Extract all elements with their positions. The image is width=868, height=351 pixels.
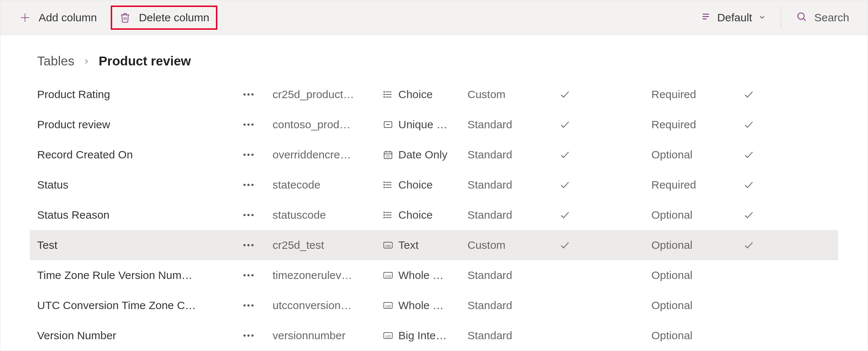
view-label: Default	[717, 11, 752, 24]
col-required: Required	[651, 118, 743, 131]
col-required: Optional	[651, 329, 743, 342]
col-kind: Custom	[467, 88, 559, 101]
col-type: 123Whole …	[383, 269, 467, 282]
col-display-name: Product Rating	[37, 88, 243, 101]
view-selector[interactable]: Default	[693, 6, 773, 29]
table-row[interactable]: Product review•••contoso_prod…Unique …St…	[30, 110, 838, 140]
add-column-button[interactable]: Add column	[11, 6, 104, 29]
table-row[interactable]: Test•••cr25d_testAbcTextCustomOptional	[30, 230, 838, 260]
columns-table: Product Rating•••cr25d_product…ChoiceCus…	[0, 79, 868, 351]
search-label: Search	[814, 11, 849, 24]
svg-point-5	[798, 13, 804, 19]
col-kind: Standard	[467, 118, 559, 131]
svg-point-25	[384, 187, 384, 188]
choice-icon	[383, 89, 393, 100]
col-required: Optional	[651, 209, 743, 221]
delete-column-button[interactable]: Delete column	[111, 6, 217, 29]
table-row[interactable]: UTC Conversion Time Zone C…•••utcconvers…	[30, 290, 838, 320]
row-more-icon[interactable]: •••	[243, 240, 273, 250]
svg-text:123: 123	[385, 334, 391, 338]
col-check1	[559, 119, 651, 130]
date-icon: 21	[383, 150, 393, 160]
delete-column-label: Delete column	[139, 11, 209, 24]
number-icon: 123	[383, 300, 393, 311]
col-check1	[559, 240, 651, 251]
col-display-name: Record Created On	[37, 148, 243, 161]
svg-point-24	[384, 185, 384, 185]
col-required: Required	[651, 179, 743, 191]
col-type: AbcText	[383, 239, 467, 251]
table-row[interactable]: Time Zone Rule Version Num…•••timezoneru…	[30, 260, 838, 290]
row-more-icon[interactable]: •••	[243, 120, 273, 129]
toolbar-separator	[781, 7, 781, 29]
breadcrumb-root[interactable]: Tables	[37, 54, 74, 68]
col-check2	[743, 240, 798, 251]
col-type: Unique …	[383, 118, 467, 131]
col-kind: Standard	[467, 209, 559, 221]
trash-icon	[119, 11, 131, 24]
row-more-icon[interactable]: •••	[243, 301, 273, 310]
col-kind: Custom	[467, 239, 559, 251]
col-display-name: UTC Conversion Time Zone C…	[37, 299, 243, 312]
col-required: Optional	[651, 269, 743, 282]
table-row[interactable]: Status Reason•••statuscodeChoiceStandard…	[30, 200, 838, 230]
col-type: 123Whole …	[383, 299, 467, 312]
list-icon	[700, 11, 711, 24]
table-row[interactable]: Product Rating•••cr25d_product…ChoiceCus…	[30, 79, 838, 110]
svg-line-6	[804, 18, 805, 20]
col-kind: Standard	[467, 269, 559, 282]
col-kind: Standard	[467, 179, 559, 191]
table-row[interactable]: Version Number•••versionnumber123Big Int…	[30, 320, 838, 351]
col-schema-name: versionnumber	[273, 329, 383, 342]
col-check1	[559, 149, 651, 160]
col-type: Choice	[383, 209, 467, 221]
plus-icon	[19, 11, 31, 24]
svg-point-30	[384, 215, 384, 215]
col-type: Choice	[383, 88, 467, 101]
table-row[interactable]: Status•••statecodeChoiceStandardRequired	[30, 170, 838, 200]
text-icon: Abc	[383, 240, 393, 250]
col-check2	[743, 179, 798, 190]
page-title: Product review	[99, 54, 191, 68]
choice-icon	[383, 180, 393, 190]
row-more-icon[interactable]: •••	[243, 90, 273, 99]
row-more-icon[interactable]: •••	[243, 210, 273, 220]
chevron-right-icon	[82, 54, 90, 68]
col-display-name: Status Reason	[37, 209, 243, 221]
col-schema-name: timezonerulev…	[273, 269, 383, 282]
col-schema-name: statecode	[273, 179, 383, 191]
col-schema-name: contoso_prod…	[273, 118, 383, 131]
col-display-name: Version Number	[37, 329, 243, 342]
col-display-name: Test	[37, 239, 243, 251]
row-more-icon[interactable]: •••	[243, 150, 273, 160]
search-button[interactable]: Search	[789, 6, 857, 30]
col-display-name: Product review	[37, 118, 243, 131]
col-required: Optional	[651, 148, 743, 161]
col-required: Required	[651, 88, 743, 101]
col-type: 21Date Only	[383, 148, 467, 161]
svg-text:123: 123	[385, 304, 391, 308]
add-column-label: Add column	[39, 11, 97, 24]
col-check2	[743, 119, 798, 130]
svg-point-11	[384, 94, 384, 95]
col-check2	[743, 89, 798, 100]
number-icon: 123	[383, 270, 393, 280]
svg-point-31	[384, 217, 384, 218]
svg-text:Abc: Abc	[385, 244, 391, 248]
unique-icon	[383, 119, 393, 130]
col-display-name: Status	[37, 179, 243, 191]
col-check1	[559, 209, 651, 221]
col-type: Choice	[383, 179, 467, 191]
row-more-icon[interactable]: •••	[243, 271, 273, 280]
row-more-icon[interactable]: •••	[243, 331, 273, 340]
col-required: Optional	[651, 299, 743, 312]
svg-point-10	[384, 92, 384, 92]
choice-icon	[383, 210, 393, 220]
row-more-icon[interactable]: •••	[243, 180, 273, 190]
table-row[interactable]: Record Created On•••overriddencre…21Date…	[30, 140, 838, 170]
col-kind: Standard	[467, 299, 559, 312]
search-icon	[796, 11, 807, 25]
svg-point-29	[384, 212, 384, 213]
svg-text:123: 123	[385, 274, 391, 278]
svg-text:21: 21	[386, 154, 390, 158]
